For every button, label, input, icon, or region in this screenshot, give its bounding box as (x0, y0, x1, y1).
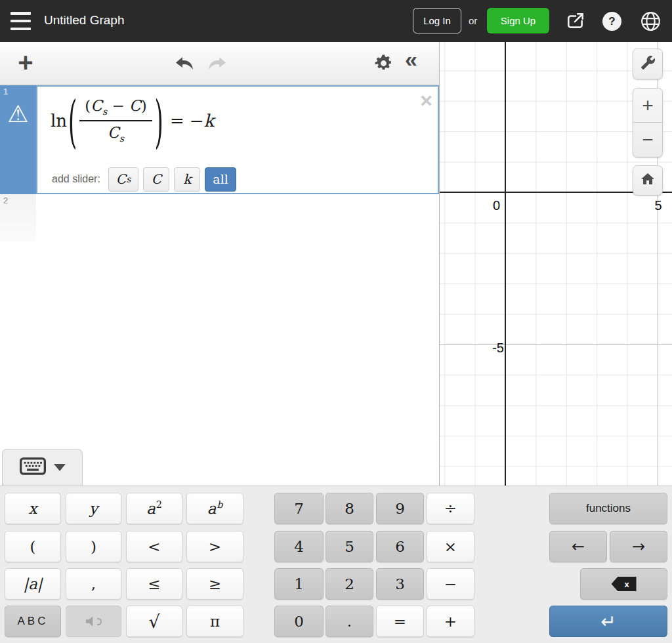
speaker-icon (86, 617, 102, 627)
expression-row-1: 1 ⚠ × ln ( (Cs − C) Cs ) = −k add s (0, 85, 439, 194)
denominator: Cs (108, 121, 124, 144)
add-expression-button[interactable]: + (12, 47, 39, 77)
expression-panel: + « 1 ⚠ × ln ( (0, 42, 440, 486)
y-axis (505, 42, 506, 486)
key-plus[interactable]: + (427, 606, 474, 637)
key-arrow-left[interactable]: ← (549, 531, 607, 562)
key-enter[interactable]: ↵ (549, 606, 667, 637)
key-arrow-right[interactable]: → (610, 531, 667, 562)
slider-button-cs[interactable]: Cs (108, 167, 139, 192)
ln-function: ln (51, 111, 67, 131)
warning-icon[interactable]: ⚠ (0, 102, 36, 126)
key-2[interactable]: 2 (326, 568, 373, 600)
key-0[interactable]: 0 (274, 606, 324, 637)
y-axis-label-neg5: -5 (483, 341, 504, 356)
key-less-equal[interactable]: ≤ (126, 568, 182, 600)
share-icon[interactable] (564, 10, 586, 31)
close-paren: ) (155, 87, 163, 154)
expression-2-gutter[interactable]: 2 (0, 194, 36, 241)
wrench-icon (640, 55, 656, 73)
slider-button-c[interactable]: C (143, 167, 169, 192)
key-abc[interactable]: ABC (5, 606, 61, 637)
key-7[interactable]: 7 (274, 493, 324, 524)
open-paren: ( (68, 87, 77, 154)
onscreen-keypad: x y a2 ab ( ) < > |a| , ≤ ≥ ABC √ π 7 8 … (0, 486, 672, 643)
key-a-power-b[interactable]: ab (186, 493, 243, 524)
key-less-than[interactable]: < (126, 531, 182, 562)
functions-button[interactable]: functions (549, 493, 667, 524)
key-minus[interactable]: − (427, 568, 474, 600)
key-comma[interactable]: , (66, 568, 121, 600)
redo-icon[interactable] (206, 55, 228, 75)
key-abs-value[interactable]: |a| (5, 568, 61, 600)
home-icon (640, 171, 656, 190)
zoom-in-button[interactable]: + (633, 89, 662, 123)
key-1[interactable]: 1 (274, 568, 324, 600)
expression-1-index: 1 (3, 87, 8, 96)
key-decimal[interactable]: . (326, 606, 373, 637)
expression-toolbar: + « (0, 42, 439, 85)
key-x[interactable]: x (5, 493, 61, 524)
expression-1-formula: ln ( (Cs − C) Cs ) = −k (51, 97, 214, 144)
expression-1-gutter[interactable]: 1 ⚠ (0, 85, 36, 194)
expression-1-input[interactable]: × ln ( (Cs − C) Cs ) = −k add slider: Cs… (36, 85, 439, 194)
or-label: or (469, 15, 477, 26)
expression-2-index: 2 (3, 196, 8, 205)
keyboard-icon (20, 457, 46, 478)
zoom-out-button[interactable]: − (633, 123, 662, 157)
key-open-paren[interactable]: ( (5, 531, 61, 562)
key-equals[interactable]: = (376, 606, 424, 637)
page-title: Untitled Graph (44, 13, 125, 28)
rhs: −k (190, 111, 215, 131)
key-y[interactable]: y (66, 493, 121, 524)
delete-expression-icon[interactable]: × (420, 88, 432, 113)
origin-label: 0 (488, 198, 500, 213)
enter-icon: ↵ (600, 611, 616, 633)
key-greater-than[interactable]: > (186, 531, 243, 562)
header: Untitled Graph Log In or Sign Up ? (0, 0, 672, 42)
key-8[interactable]: 8 (326, 493, 373, 524)
settings-gear-icon[interactable] (373, 53, 394, 76)
fraction: (Cs − C) Cs (79, 97, 152, 144)
key-a-squared[interactable]: a2 (126, 493, 182, 524)
help-icon[interactable]: ? (602, 12, 621, 31)
equals-sign: = (170, 111, 184, 131)
key-6[interactable]: 6 (376, 531, 424, 562)
x-axis-label-5: 5 (652, 198, 665, 213)
key-sqrt[interactable]: √ (126, 606, 182, 637)
graph-settings-button[interactable] (633, 49, 663, 79)
backspace-icon: x (612, 576, 637, 592)
graph-paper[interactable]: 0 5 -5 + − (440, 42, 672, 486)
keyboard-toggle[interactable] (2, 449, 83, 486)
numerator: (Cs − C) (79, 97, 152, 121)
key-pi[interactable]: π (186, 606, 243, 637)
slider-button-k[interactable]: k (174, 167, 200, 192)
language-globe-icon[interactable] (640, 10, 662, 31)
key-multiply[interactable]: × (427, 531, 474, 562)
signup-button[interactable]: Sign Up (487, 8, 549, 33)
collapse-panel-icon[interactable]: « (405, 47, 417, 72)
key-4[interactable]: 4 (274, 531, 324, 562)
key-9[interactable]: 9 (376, 493, 424, 524)
slider-button-all[interactable]: all (205, 167, 236, 192)
add-slider-label: add slider: (52, 173, 100, 185)
undo-icon[interactable] (173, 55, 196, 75)
key-5[interactable]: 5 (326, 531, 373, 562)
hamburger-menu-icon[interactable] (10, 12, 31, 30)
zoom-button-group: + − (633, 88, 663, 157)
key-divide[interactable]: ÷ (427, 493, 474, 524)
login-button[interactable]: Log In (413, 8, 461, 33)
expression-row-2[interactable]: 2 (0, 194, 439, 241)
add-slider-row: add slider: Cs C k all (52, 167, 241, 192)
desmos-app: Untitled Graph Log In or Sign Up ? + (0, 0, 672, 643)
key-backspace[interactable]: x (580, 568, 667, 600)
key-audio[interactable] (66, 606, 121, 637)
key-3[interactable]: 3 (376, 568, 424, 600)
key-greater-equal[interactable]: ≥ (186, 568, 243, 600)
key-close-paren[interactable]: ) (66, 531, 121, 562)
default-view-button[interactable] (633, 165, 663, 196)
chevron-down-icon (54, 464, 66, 471)
